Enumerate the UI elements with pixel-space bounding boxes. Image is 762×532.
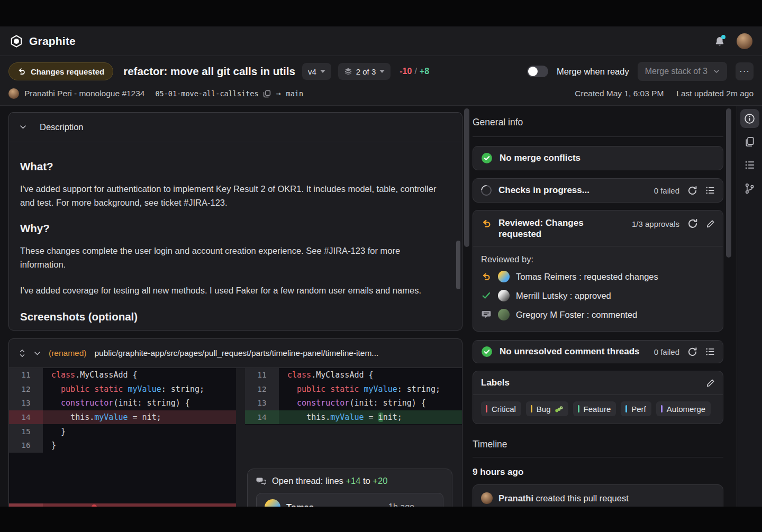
merge-conflicts-label: No merge conflicts (500, 153, 580, 163)
description-scrollbar[interactable] (456, 241, 460, 289)
labels-title: Labels (481, 378, 510, 388)
bottom-letterbox-bar (0, 507, 762, 532)
checklist-tab-icon[interactable] (740, 155, 759, 175)
diff-line-right-12[interactable]: 12 public static myValue: string; (245, 382, 462, 397)
label-chip-perf[interactable]: Perf (621, 401, 651, 416)
label-text: Perf (631, 405, 646, 414)
screenshots-heading: Screenshots (optional) (20, 310, 444, 323)
label-chip-bug[interactable]: Bug (526, 401, 568, 416)
diff-line-left-12[interactable]: 12 public static myValue: string; (9, 382, 236, 397)
notifications-bell-icon[interactable] (714, 36, 725, 47)
comment-bubble-icon (481, 310, 492, 319)
app-logo[interactable]: Graphite (10, 34, 76, 48)
event-author: Pranathi (498, 493, 533, 503)
checks-failed-count: 0 failed (654, 186, 679, 195)
reviewer-name: Tomas Reimers (516, 272, 577, 281)
check-circle-icon (481, 152, 493, 164)
chevron-down-icon[interactable] (34, 351, 41, 356)
code-text: this.myValue = init; (279, 412, 402, 422)
stack-position-dropdown[interactable]: 2 of 3 (338, 63, 391, 80)
code-text: constructor(init: string) { (279, 398, 426, 408)
diff-line-right-14[interactable]: 14 this.myValue = init; (245, 410, 462, 425)
merge-stack-button[interactable]: Merge stack of 3 (638, 62, 727, 81)
why-body-2: I've added coverage for testing all new … (20, 284, 444, 298)
chevron-down-icon (379, 70, 385, 73)
chevron-down-icon (713, 69, 720, 74)
git-branch-icon[interactable] (740, 179, 759, 198)
updated-timestamp: Last updated 2m ago (676, 89, 754, 98)
author-avatar (8, 88, 19, 99)
undo-icon (481, 272, 492, 281)
thread-title: Open thread: lines +14 to +20 (272, 476, 387, 486)
reviewer-status: approved (575, 291, 611, 300)
refresh-icon[interactable] (687, 347, 697, 357)
diff-left-rows: 11class.MyClassAdd {12 public static myV… (9, 368, 236, 453)
label-chip-critical[interactable]: Critical (481, 401, 521, 416)
edit-pencil-icon[interactable] (706, 219, 715, 228)
undo-icon (17, 67, 26, 76)
comment-threads-card: No unresolved comment threads 0 failed (473, 340, 723, 363)
reviewer-status: requested changes (584, 272, 658, 281)
spinner-icon (479, 183, 494, 198)
general-info-sidebar: General info No merge conflicts Checks i… (473, 106, 723, 512)
label-chip-automerge[interactable]: Automerge (656, 401, 711, 416)
label-text: Critical (492, 405, 516, 414)
reviewer-row-tomas: Tomas Reimers : requested changes (473, 271, 723, 282)
reviewer-row-gregory: Gregory M Foster : commented (473, 309, 723, 320)
line-number: 13 (245, 396, 279, 410)
diff-line-left-14[interactable]: 14 this.myValue = nit; (9, 410, 236, 425)
diff-right-pane: 11class.MyClassAdd {12 public static myV… (245, 368, 462, 425)
description-panel-header[interactable]: Description (9, 113, 462, 142)
check-icon (481, 291, 492, 300)
what-heading: What? (20, 160, 444, 173)
diff-line-right-13[interactable]: 13 constructor(init: string) { (245, 396, 462, 410)
threads-label: No unresolved comment threads (500, 346, 640, 357)
version-dropdown[interactable]: v4 (302, 63, 331, 80)
description-panel-title: Description (40, 122, 84, 132)
caterpillar-emoji-icon (555, 406, 563, 412)
main-scrollbar[interactable] (464, 108, 469, 247)
merge-when-ready-toggle[interactable] (527, 66, 548, 77)
line-number: 13 (9, 396, 43, 410)
info-tab-button[interactable] (740, 109, 759, 128)
stack-position-label: 2 of 3 (356, 67, 376, 76)
label-color-bar (661, 405, 663, 412)
refresh-icon[interactable] (687, 218, 698, 229)
diff-panel-header: (renamed) public/graphite-app/src/pages/… (9, 339, 462, 368)
labels-list: CriticalBugFeaturePerfAutomerge (473, 395, 723, 424)
diff-line-left-16[interactable]: 16} (9, 438, 236, 453)
undo-icon (481, 218, 492, 228)
copy-branch-icon[interactable] (263, 90, 271, 98)
author-line: Pranathi Peri - monologue #1234 (24, 89, 144, 98)
unfold-vertical-icon[interactable] (19, 349, 26, 357)
timeline-group-label: 9 hours ago (473, 467, 723, 478)
diff-line-left-11[interactable]: 11class.MyClassAdd { (9, 368, 236, 382)
diff-line-right-11[interactable]: 11class.MyClassAdd { (245, 368, 462, 382)
version-label: v4 (308, 67, 316, 76)
diff-right-rows: 11class.MyClassAdd {12 public static myV… (245, 368, 462, 424)
code-text: public static myValue: string; (43, 384, 204, 394)
code-text: this.myValue = nit; (43, 412, 161, 422)
user-avatar[interactable] (737, 33, 752, 49)
checklist-icon[interactable] (705, 347, 715, 356)
review-status-card: Reviewed: Changes requested 1/3 approval… (473, 210, 723, 332)
diff-line-left-13[interactable]: 13 constructor(init: string) { (9, 396, 236, 410)
diff-body: 11class.MyClassAdd {12 public static myV… (9, 368, 462, 518)
checklist-icon[interactable] (705, 186, 715, 195)
line-number: 12 (9, 382, 43, 397)
line-number: 15 (9, 424, 43, 438)
check-circle-icon (481, 346, 493, 357)
pr-title: refactor: move all git calls in utils (123, 65, 295, 78)
status-badge-label: Changes requested (31, 67, 104, 76)
code-text: } (43, 441, 56, 450)
sidebar-scrollbar[interactable] (726, 108, 731, 258)
refresh-icon[interactable] (687, 186, 697, 196)
edit-pencil-icon[interactable] (706, 379, 715, 388)
overflow-menu-button[interactable]: ··· (736, 62, 754, 80)
label-color-bar (486, 405, 487, 412)
copy-pages-icon[interactable] (740, 132, 759, 151)
graphite-logo-icon (10, 34, 23, 48)
label-chip-feature[interactable]: Feature (573, 401, 616, 416)
diff-line-left-15[interactable]: 15 } (9, 424, 236, 438)
reviewer-name: Merrill Lutsky (516, 291, 567, 300)
